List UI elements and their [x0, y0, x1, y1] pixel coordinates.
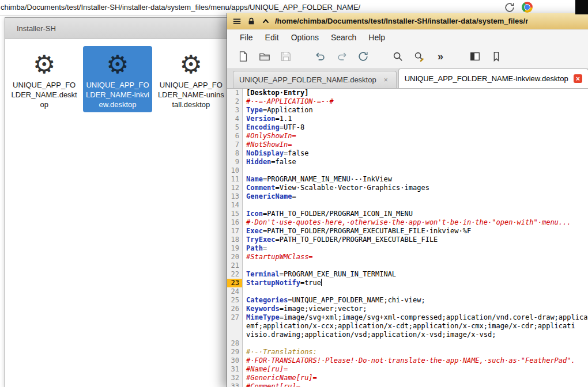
reload-document-icon[interactable] [356, 50, 370, 63]
tab-close-icon[interactable]: × [382, 75, 390, 84]
line-text: Icon=PATH_TO_FOLDER/PROGRAM_ICON_IN_MENU [243, 210, 588, 218]
editor-line[interactable]: 30#·FOR·TRANSLATORS!·Please!·Do·not·tran… [227, 356, 588, 365]
tab-2[interactable]: UNIQUE_APP_FOLDER_NAME-inkview.desktop× [398, 69, 588, 88]
editor-line[interactable]: 32#GenericName[ru]= [227, 374, 588, 382]
menu-file[interactable]: File [240, 33, 253, 42]
find-replace-icon[interactable] [412, 50, 426, 63]
file-name: UNIQUE_APP_FOLDER_NAME-uninstall.desktop [158, 80, 224, 109]
line-number: 7 [227, 141, 243, 149]
line-number: 17 [227, 227, 243, 236]
line-number: 21 [227, 261, 243, 270]
line-text: visio.drawing;application/vsd;applicatio… [243, 331, 588, 339]
tab-close-icon[interactable]: × [574, 74, 582, 83]
editor-line[interactable]: 14 [227, 201, 588, 210]
line-text: Categories=UNIQUE_APP_FOLDER_NAME;chi-vi… [243, 296, 588, 305]
editor-line[interactable]: 5Encoding=UTF-8 [227, 123, 588, 132]
file-icon-view[interactable]: ⚙UNIQUE_APP_FOLDER_NAME.desktop⚙UNIQUE_A… [5, 39, 230, 119]
line-text [243, 339, 588, 348]
new-file-icon[interactable] [236, 50, 250, 63]
line-text: NoDisplay=false [243, 149, 588, 158]
line-text: Version=1.1 [243, 115, 588, 123]
tab-1[interactable]: UNIQUE_APP_FOLDER_NAME.desktop× [233, 71, 397, 88]
editor-line[interactable]: 21 [227, 261, 588, 270]
line-number: 23 [227, 279, 243, 287]
editor-line[interactable]: 3Type=Application [227, 106, 588, 115]
editor-line[interactable]: 25Categories=UNIQUE_APP_FOLDER_NAME;chi-… [227, 296, 588, 305]
editor-line[interactable]: 10 [227, 166, 588, 175]
line-text: #Name[ru]= [243, 365, 588, 374]
redo-icon[interactable] [335, 50, 349, 63]
line-text: #GenericName[ru]= [243, 374, 588, 382]
editor-line[interactable]: 7#NotShowIn= [227, 141, 588, 149]
line-number: 5 [227, 123, 243, 132]
editor-line[interactable]: 24 [227, 287, 588, 296]
editor-line[interactable]: 31#Name[ru]= [227, 365, 588, 374]
path-text[interactable]: chimba/Documents/test/Installer-SH/insta… [1, 3, 360, 12]
bookmark-icon[interactable] [489, 50, 503, 63]
line-number: 3 [227, 106, 243, 115]
line-number: 33 [227, 382, 243, 387]
line-text: Exec=PATH_TO_FOLDER/PROGRAM_EXECUTABLE_F… [243, 227, 588, 236]
search-icon[interactable] [391, 50, 405, 63]
file-name: UNIQUE_APP_FOLDER_NAME.desktop [11, 80, 77, 109]
line-number: 6 [227, 132, 243, 141]
text-cursor [321, 279, 322, 286]
menu-bar: FileEditOptionsSearchHelp [227, 29, 588, 45]
line-number: 2 [227, 97, 243, 106]
editor-line[interactable]: 6#OnlyShowIn= [227, 132, 588, 141]
editor-line[interactable]: 33#Comment[ru]= [227, 382, 588, 387]
editor-line[interactable]: 20#StartupWMClass= [227, 253, 588, 261]
editor-line[interactable]: 13GenericName= [227, 192, 588, 201]
editor-line[interactable]: 26Keywords=image;viewer;vector; [227, 305, 588, 313]
line-text: [Desktop·Entry] [243, 89, 588, 97]
editor-line[interactable]: 23StartupNotify=true [227, 279, 588, 287]
save-icon[interactable] [279, 50, 293, 63]
line-text: Keywords=image;viewer;vector; [243, 305, 588, 313]
editor-line[interactable]: 9Hidden=false [227, 158, 588, 166]
editor-line[interactable]: 17Exec=PATH_TO_FOLDER/PROGRAM_EXECUTABLE… [227, 227, 588, 236]
editor-line[interactable]: 29#·-·Translations: [227, 348, 588, 356]
editor-line[interactable]: 28 [227, 339, 588, 348]
file-item[interactable]: ⚙UNIQUE_APP_FOLDER_NAME-inkview.desktop [83, 46, 152, 112]
editor-area[interactable]: 1[Desktop·Entry]2#·-=·APPLICATION·=-·#3T… [227, 89, 588, 387]
overflow-menu-icon[interactable]: » [434, 50, 447, 63]
editor-line[interactable]: 2#·-=·APPLICATION·=-·# [227, 97, 588, 106]
editor-line[interactable]: 11Name=PROGRAM_NAME_IN_MENU·-·InkView [227, 175, 588, 184]
editor-line[interactable]: 19Path= [227, 244, 588, 253]
file-item[interactable]: ⚙UNIQUE_APP_FOLDER_NAME.desktop [10, 46, 78, 112]
editor-line[interactable]: 1[Desktop·Entry] [227, 89, 588, 97]
menu-help[interactable]: Help [368, 33, 385, 42]
menu-edit[interactable]: Edit [265, 33, 279, 42]
reload-icon[interactable] [504, 2, 515, 13]
editor-titlebar[interactable]: /home/chimba/Documents/test/Installer-SH… [227, 13, 588, 29]
editor-line[interactable]: 16#·Don't·use·quotes·here,·otherwise·the… [227, 218, 588, 227]
line-text: Encoding=UTF-8 [243, 123, 588, 132]
line-number: 19 [227, 244, 243, 253]
window-menu-icon[interactable] [232, 16, 242, 26]
editor-line[interactable]: 15Icon=PATH_TO_FOLDER/PROGRAM_ICON_IN_ME… [227, 210, 588, 218]
lock-icon[interactable] [246, 16, 257, 26]
file-item[interactable]: ⚙UNIQUE_APP_FOLDER_NAME-uninstall.deskto… [157, 46, 225, 112]
menu-options[interactable]: Options [291, 33, 319, 42]
editor-line[interactable]: visio.drawing;application/vsd;applicatio… [227, 331, 588, 339]
editor-line[interactable]: 12Comment=View·Scalable·Vector·Graphics·… [227, 184, 588, 192]
shade-up-icon[interactable] [261, 16, 271, 26]
editor-line[interactable]: emf;application/x-ccx;application/x-cdt;… [227, 322, 588, 331]
editor-line[interactable]: 4Version=1.1 [227, 115, 588, 123]
chromium-browser-icon[interactable] [522, 2, 533, 13]
menu-search[interactable]: Search [331, 33, 356, 42]
open-folder-icon[interactable] [258, 50, 272, 63]
editor-line[interactable]: 18TryExec=PATH_TO_FOLDER/PROGRAM_EXECUTA… [227, 236, 588, 244]
line-number: 1 [227, 89, 243, 97]
line-number: 25 [227, 296, 243, 305]
line-text: #OnlyShowIn= [243, 132, 588, 141]
editor-line[interactable]: 27MimeType=image/svg+xml;image/svg+xml-c… [227, 313, 588, 322]
file-manager-titlebar[interactable]: Installer-SH [5, 18, 230, 39]
tab-label: UNIQUE_APP_FOLDER_NAME-inkview.desktop [405, 74, 568, 83]
editor-line[interactable]: 8NoDisplay=false [227, 149, 588, 158]
side-pane-icon[interactable] [468, 50, 482, 63]
line-number [227, 331, 243, 339]
editor-line[interactable]: 22Terminal=PROGRAM_EXE_RUN_IN_TERMINAL [227, 270, 588, 279]
file-name: UNIQUE_APP_FOLDER_NAME-inkview.desktop [84, 80, 150, 109]
undo-icon[interactable] [314, 50, 327, 63]
